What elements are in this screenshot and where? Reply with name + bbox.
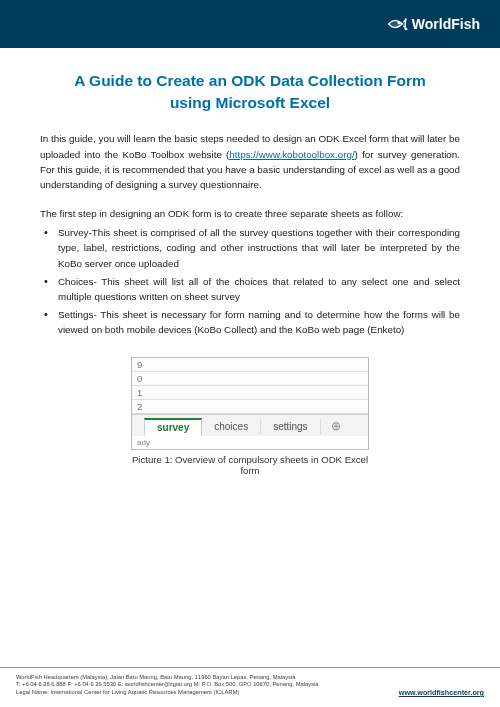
tab-survey[interactable]: survey bbox=[144, 418, 202, 436]
intro-paragraph: In this guide, you will learn the basic … bbox=[40, 131, 460, 192]
footer-line: T: +6 04 6 28 6 888 F: +6 04 6 26 5530 E… bbox=[16, 681, 319, 689]
excel-row: 9 bbox=[132, 358, 368, 372]
excel-snippet: 9 0 1 2 survey choices settings ⊕ ady bbox=[131, 357, 369, 450]
footer-line: WorldFish Headquarters (Malaysia), Jalan… bbox=[16, 674, 319, 682]
tab-choices[interactable]: choices bbox=[202, 419, 261, 434]
document-body: A Guide to Create an ODK Data Collection… bbox=[0, 48, 500, 476]
steps-lead: The first step in designing an ODK form … bbox=[40, 206, 460, 221]
footer-address: WorldFish Headquarters (Malaysia), Jalan… bbox=[16, 674, 319, 697]
title-line-1: A Guide to Create an ODK Data Collection… bbox=[74, 72, 426, 89]
fish-icon bbox=[386, 13, 408, 35]
steps-list: Survey-This sheet is comprised of all th… bbox=[40, 225, 460, 337]
excel-row: 0 bbox=[132, 372, 368, 386]
list-item: Survey-This sheet is comprised of all th… bbox=[58, 225, 460, 271]
excel-row: 2 bbox=[132, 400, 368, 414]
list-item: Choices- This sheet will list all of the… bbox=[58, 274, 460, 304]
header-bar: WorldFish bbox=[0, 0, 500, 48]
kobo-link[interactable]: https://www.kobotoolbox.org/ bbox=[229, 149, 354, 160]
page-title: A Guide to Create an ODK Data Collection… bbox=[40, 70, 460, 113]
page-footer: WorldFish Headquarters (Malaysia), Jalan… bbox=[0, 667, 500, 707]
excel-status: ady bbox=[132, 436, 368, 449]
footer-url[interactable]: www.worldfishcenter.org bbox=[399, 688, 484, 697]
list-item: Settings- This sheet is necessary for fo… bbox=[58, 307, 460, 337]
title-line-2: using Microsoft Excel bbox=[170, 94, 330, 111]
figure-caption: Picture 1: Overview of compulsory sheets… bbox=[131, 454, 369, 476]
svg-point-0 bbox=[398, 22, 399, 23]
add-sheet-icon[interactable]: ⊕ bbox=[327, 419, 345, 433]
excel-figure: 9 0 1 2 survey choices settings ⊕ ady Pi… bbox=[131, 357, 369, 476]
tab-settings[interactable]: settings bbox=[261, 419, 320, 434]
brand-logo: WorldFish bbox=[386, 13, 480, 35]
footer-line: Legal Name: International Center for Liv… bbox=[16, 689, 319, 697]
brand-text: WorldFish bbox=[412, 16, 480, 32]
excel-row: 1 bbox=[132, 386, 368, 400]
excel-tabs-bar: survey choices settings ⊕ bbox=[132, 414, 368, 436]
